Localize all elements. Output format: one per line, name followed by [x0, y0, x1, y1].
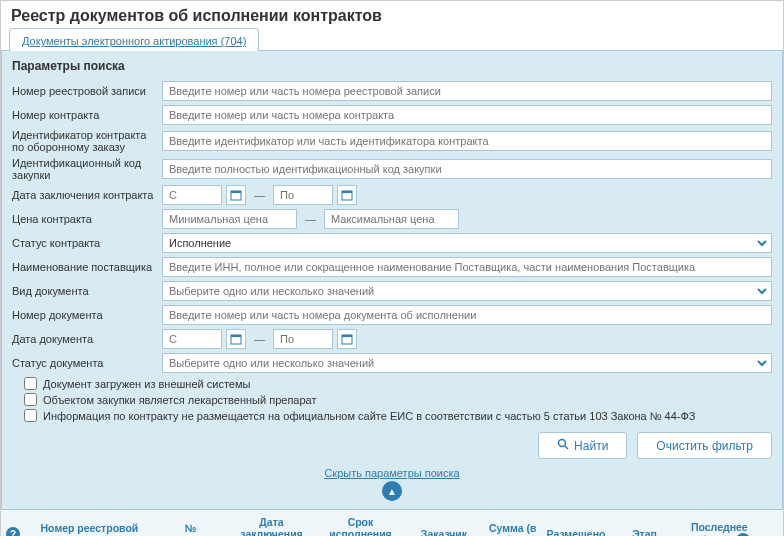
calendar-icon[interactable]: [337, 329, 357, 349]
help-icon[interactable]: ?: [6, 527, 20, 536]
find-button-label: Найти: [574, 439, 608, 453]
tab-documents[interactable]: Документы электронного актирования (704): [9, 28, 259, 51]
label-price: Цена контракта: [12, 213, 162, 225]
chevron-up-icon[interactable]: ▲: [382, 481, 402, 501]
label-registry-no: Номер реестровой записи: [12, 85, 162, 97]
collapse-link[interactable]: Скрыть параметры поиска: [324, 467, 459, 479]
input-doc-status[interactable]: [162, 353, 772, 373]
label-contract-status: Статус контракта: [12, 237, 162, 249]
chevron-down-icon[interactable]: [753, 234, 771, 252]
label-doc-date: Дата документа: [12, 333, 162, 345]
input-contract-date-from[interactable]: [162, 185, 222, 205]
col-last-event[interactable]: Последнее событие ?: [680, 510, 759, 536]
dash: —: [301, 213, 320, 225]
clear-button-label: Очистить фильтр: [656, 439, 753, 453]
checkbox-external-label: Документ загружен из внешней системы: [43, 378, 250, 390]
label-supplier: Наименование поставщика: [12, 261, 162, 273]
checkbox-external[interactable]: [24, 377, 37, 390]
input-price-min[interactable]: [162, 209, 297, 229]
page: Реестр документов об исполнении контракт…: [0, 0, 784, 536]
col-exec-period[interactable]: Срок исполнения контракта: [316, 510, 405, 536]
checkbox-medicine[interactable]: [24, 393, 37, 406]
calendar-icon[interactable]: [226, 185, 246, 205]
label-doc-no: Номер документа: [12, 309, 162, 321]
results-grid: ? Номер реестровой записи № контракта Да…: [1, 510, 783, 536]
input-registry-no[interactable]: [162, 81, 772, 101]
col-stage[interactable]: Этап: [609, 510, 679, 536]
table-header-row: ? Номер реестровой записи № контракта Да…: [1, 510, 783, 536]
combo-doc-status[interactable]: [162, 353, 772, 373]
chevron-down-icon[interactable]: [753, 282, 771, 300]
checkbox-not-published[interactable]: [24, 409, 37, 422]
svg-rect-5: [231, 335, 241, 337]
input-contract-no[interactable]: [162, 105, 772, 125]
combo-doc-type[interactable]: [162, 281, 772, 301]
label-purchase-code: Идентификационный код закупки: [12, 157, 162, 181]
svg-rect-7: [342, 335, 352, 337]
combo-contract-status[interactable]: [162, 233, 772, 253]
label-contract-no: Номер контракта: [12, 109, 162, 121]
col-sum[interactable]: Сумма (в рублях): [483, 510, 543, 536]
label-contract-date: Дата заключения контракта: [12, 189, 162, 201]
checkbox-medicine-label: Объектом закупки является лекарственный …: [43, 394, 317, 406]
svg-point-8: [559, 440, 566, 447]
search-panel: Параметры поиска Номер реестровой записи…: [1, 51, 783, 510]
input-purchase-code[interactable]: [162, 159, 772, 179]
input-defense-id[interactable]: [162, 131, 772, 151]
checkbox-not-published-label: Информация по контракту не размещается н…: [43, 410, 696, 422]
col-contract-date[interactable]: Дата заключения контракта: [227, 510, 316, 536]
search-icon: [557, 438, 569, 453]
col-placed[interactable]: Размещено: [543, 510, 610, 536]
clear-button[interactable]: Очистить фильтр: [637, 432, 772, 459]
input-contract-status[interactable]: [162, 233, 772, 253]
tab-link[interactable]: Документы электронного актирования (704): [22, 35, 246, 47]
label-doc-type: Вид документа: [12, 285, 162, 297]
label-doc-status: Статус документа: [12, 357, 162, 369]
svg-rect-1: [231, 191, 241, 193]
calendar-icon[interactable]: [337, 185, 357, 205]
input-doc-date-from[interactable]: [162, 329, 222, 349]
input-contract-date-to[interactable]: [273, 185, 333, 205]
find-button[interactable]: Найти: [538, 432, 627, 459]
label-defense-id: Идентификатор контракта по оборонному за…: [12, 129, 162, 153]
tab-bar: Документы электронного актирования (704): [1, 27, 783, 51]
col-customer[interactable]: Заказчик: [405, 510, 483, 536]
input-doc-no[interactable]: [162, 305, 772, 325]
search-heading: Параметры поиска: [12, 59, 772, 73]
page-title: Реестр документов об исполнении контракт…: [1, 1, 783, 27]
col-registry-no[interactable]: Номер реестровой записи: [25, 510, 154, 536]
chevron-down-icon[interactable]: [753, 354, 771, 372]
svg-line-9: [565, 446, 568, 449]
svg-rect-3: [342, 191, 352, 193]
dash: —: [250, 189, 269, 201]
input-doc-date-to[interactable]: [273, 329, 333, 349]
input-doc-type[interactable]: [162, 281, 772, 301]
input-price-max[interactable]: [324, 209, 459, 229]
calendar-icon[interactable]: [226, 329, 246, 349]
input-supplier[interactable]: [162, 257, 772, 277]
dash: —: [250, 333, 269, 345]
col-contract-no[interactable]: № контракта: [154, 510, 227, 536]
